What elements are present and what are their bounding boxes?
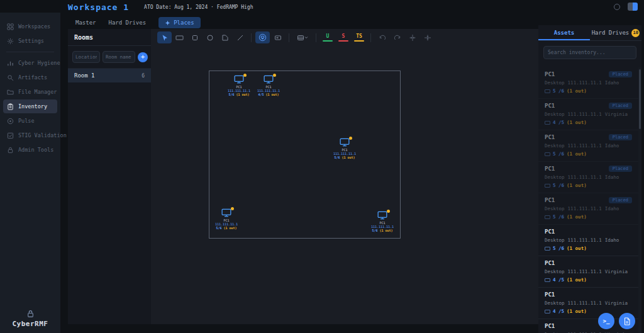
classification-u-button[interactable]: U — [320, 33, 335, 42]
node-out-count: (1 out) — [379, 229, 392, 232]
asset-ip: 111.111.11.1 — [568, 143, 602, 149]
monitor-icon — [340, 138, 350, 147]
asset-ip: 111.111.11.1 — [568, 206, 602, 212]
tab-assets[interactable]: Assets — [538, 25, 590, 40]
asset-type: Desktop — [545, 300, 565, 306]
asset-out-count: (1 out) — [567, 88, 587, 94]
hard-drives-count-badge: 10 — [631, 29, 640, 37]
asset-list-item[interactable]: PC1PlacedDesktop111.111.11.1Idaho5 /6(1 … — [538, 130, 638, 162]
tab-hard-drives[interactable]: Hard Drives — [109, 20, 147, 26]
asset-location: Idaho — [605, 80, 619, 86]
table-tool[interactable] — [293, 31, 312, 43]
asset-ip: 111.111.11.1 — [568, 174, 602, 180]
asset-name: PC1 — [545, 323, 555, 329]
asset-list-item[interactable]: PC1Desktop111.111.11.1Idaho5 /6(1 out) — [538, 225, 638, 256]
undo-button[interactable] — [375, 31, 389, 43]
polygon-tool[interactable] — [218, 31, 232, 43]
asset-out-count: (1 out) — [567, 246, 587, 251]
asset-drive-count: 5 /6 — [553, 183, 564, 188]
pulse-icon — [7, 118, 14, 125]
asset-list-item[interactable]: PC1PlacedDesktop111.111.11.1Idaho5 /6(1 … — [538, 193, 638, 225]
sidebar-item-pulse[interactable]: Pulse — [3, 114, 57, 128]
report-fab-button[interactable] — [619, 313, 635, 329]
asset-drives: 5 /6(1 out) — [545, 246, 632, 251]
asset-out-count: (1 out) — [567, 214, 587, 220]
asset-detail: Desktop111.111.11.1Virginia — [545, 300, 632, 306]
align-vertical-button[interactable] — [420, 31, 435, 43]
sidebar-item-inventory[interactable]: Inventory — [3, 99, 57, 113]
classification-dot-icon — [349, 137, 352, 140]
sidebar-item-artifacts[interactable]: Artifacts — [3, 71, 57, 84]
room-name-input[interactable] — [103, 51, 135, 63]
redo-button[interactable] — [390, 31, 404, 43]
node-drive-count: 4/5 — [258, 93, 264, 96]
classification-s-button[interactable]: S — [336, 33, 351, 42]
sidebar-item-label: Artifacts — [18, 74, 47, 81]
status-circle-icon[interactable] — [614, 4, 620, 10]
scrollbar-thumb[interactable] — [639, 69, 641, 129]
line-tool[interactable] — [233, 31, 247, 43]
ato-date-subtitle: ATO Date: Aug 1, 2024 · FedRAMP High — [144, 4, 253, 10]
placed-asset-node[interactable]: PC1111.111.11.15/6 (1 out) — [364, 211, 401, 232]
sidebar-item-file-manager[interactable]: File Manager — [3, 85, 57, 99]
align-horizontal-button[interactable] — [405, 31, 419, 43]
scrollbar[interactable] — [638, 67, 641, 333]
tab-master[interactable]: Master — [75, 20, 96, 26]
asset-location: Idaho — [605, 174, 619, 180]
cursor-tool[interactable] — [157, 31, 172, 43]
sidebar-item-cyber-hygiene[interactable]: Cyber Hygiene — [3, 56, 57, 70]
place-asset-tool[interactable] — [255, 31, 270, 43]
asset-list-item[interactable]: PC1PlacedDesktop111.111.11.1Idaho5 /6(1 … — [538, 67, 638, 99]
asset-detail: Desktop111.111.11.1Idaho — [545, 174, 632, 180]
workspace-title: Workspace 1 — [68, 3, 129, 12]
sidebar-item-stig-validation[interactable]: STIG Validation — [3, 128, 57, 142]
sidebar-divider — [6, 52, 54, 52]
tab-places[interactable]: Places — [158, 17, 201, 28]
hard-drive-icon — [545, 310, 550, 313]
asset-type: Desktop — [545, 80, 565, 86]
inventory-search-input[interactable] — [543, 46, 636, 59]
clipboard-icon — [7, 103, 14, 110]
label-tool[interactable] — [270, 31, 285, 43]
node-drive-count: 5/6 — [334, 155, 340, 159]
placed-badge: Placed — [609, 103, 632, 109]
terminal-fab-button[interactable]: >_ — [598, 313, 614, 329]
panel-toggle-icon[interactable] — [628, 3, 638, 11]
location-input[interactable] — [72, 51, 100, 63]
room-name: Room 1 — [74, 72, 95, 79]
document-icon — [623, 317, 631, 325]
placed-asset-node[interactable]: PC1111.111.11.14/5 (1 out) — [250, 75, 287, 96]
add-room-button[interactable]: + — [138, 52, 148, 62]
sidebar-item-settings[interactable]: Settings — [3, 34, 57, 48]
asset-list-item[interactable]: PC1PlacedDesktop111.111.11.1Virginia4 /5… — [538, 99, 638, 130]
placed-asset-node[interactable]: PC1111.111.11.15/6 (1 out) — [208, 208, 245, 230]
asset-name: PC1 — [545, 197, 555, 203]
sidebar-item-workspaces[interactable]: Workspaces — [3, 20, 57, 33]
classification-dot-icon — [273, 74, 276, 77]
tab-label: Places — [174, 20, 194, 26]
asset-type: Desktop — [545, 237, 565, 243]
classification-dot-icon — [243, 74, 247, 77]
monitor-icon — [221, 208, 231, 217]
monitor-icon — [377, 211, 387, 220]
rectangle-tool[interactable] — [172, 31, 187, 43]
room-list-item[interactable]: Room 16 — [68, 69, 151, 82]
settings-gear-icon — [7, 38, 14, 45]
classification-ts-button[interactable]: TS — [352, 33, 367, 42]
hard-drive-icon — [545, 247, 550, 251]
asset-drives: 4 /5(1 out) — [545, 277, 632, 283]
canvas-panel: U S TS PC1111.111.11.15/6 (1 out)PC1111.… — [151, 29, 538, 324]
tab-hard-drives[interactable]: Hard Drives 10 — [590, 25, 641, 40]
square-tool[interactable] — [187, 31, 202, 43]
asset-out-count: (1 out) — [567, 151, 587, 157]
circle-tool[interactable] — [203, 31, 217, 43]
asset-drives: 5 /6(1 out) — [545, 214, 632, 220]
asset-list-item[interactable]: PC1PlacedDesktop111.111.11.1Idaho5 /6(1 … — [538, 162, 638, 193]
placed-asset-node[interactable]: PC1111.111.11.15/6 (1 out) — [326, 138, 364, 159]
monitor-icon — [234, 75, 244, 84]
sidebar-item-label: Inventory — [18, 103, 47, 110]
sidebar-item-admin-tools[interactable]: Admin Tools — [3, 143, 57, 157]
asset-list-item[interactable]: PC1Desktop111.111.11.1Virginia4 /5(1 out… — [538, 256, 638, 288]
canvas-toolbar: U S TS — [157, 31, 435, 43]
asset-out-count: (1 out) — [567, 308, 587, 314]
